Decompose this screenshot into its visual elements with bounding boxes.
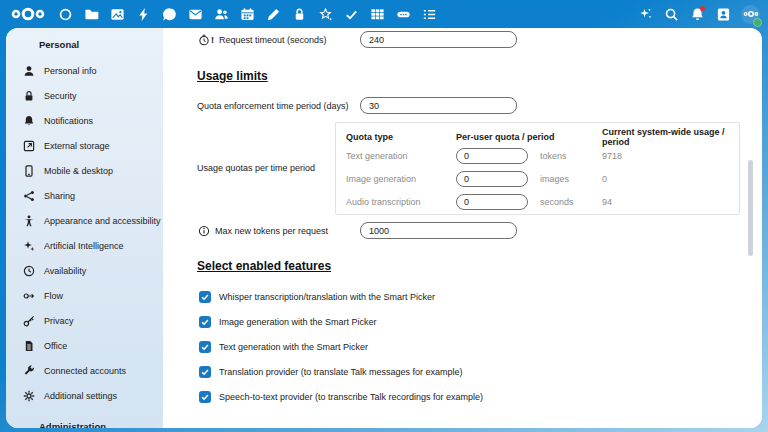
dashboard-icon[interactable]: [57, 6, 73, 22]
sidebar-item-personal-info[interactable]: Personal info: [6, 58, 163, 83]
quota-type-cell: Text generation: [346, 151, 456, 161]
bell-icon: [23, 115, 35, 127]
top-bar-right: [637, 0, 760, 28]
top-bar: [0, 0, 768, 28]
activity-icon[interactable]: [135, 6, 151, 22]
photos-icon[interactable]: [109, 6, 125, 22]
contacts-menu-icon[interactable]: [715, 6, 731, 22]
request-timeout-label: Request timeout (seconds): [219, 35, 327, 45]
talk-icon[interactable]: [161, 6, 177, 22]
col-current-usage: Current system-wide usage / period: [602, 127, 729, 147]
image-generation-checkbox[interactable]: [199, 316, 211, 328]
image-generation-quota-input[interactable]: [456, 171, 528, 187]
timer-alert-icon: [197, 34, 210, 47]
max-tokens-label-row: Max new tokens per request: [197, 222, 328, 240]
feature-speech-to-text: Speech-to-text provider (to transcribe T…: [199, 390, 483, 404]
request-timeout-input[interactable]: [360, 31, 517, 48]
sidebar-item-label: Sharing: [44, 191, 75, 201]
document-icon: [23, 340, 35, 352]
feature-label: Text generation with the Smart Picker: [219, 342, 368, 352]
translation-provider-checkbox[interactable]: [199, 366, 211, 378]
sidebar-item-security[interactable]: Security: [6, 83, 163, 108]
passwords-icon[interactable]: [291, 6, 307, 22]
avatar[interactable]: [741, 5, 760, 24]
sidebar-item-notifications[interactable]: Notifications: [6, 108, 163, 133]
external-links-icon[interactable]: [395, 6, 411, 22]
sidebar-item-label: External storage: [44, 141, 110, 151]
mail-icon[interactable]: [187, 6, 203, 22]
notes-icon[interactable]: [265, 6, 281, 22]
nextcloud-logo[interactable]: [10, 6, 46, 22]
quota-type-cell: Image generation: [346, 174, 456, 184]
quota-table-header: Quota type Per-user quota / period Curre…: [346, 127, 729, 144]
max-tokens-input[interactable]: [360, 222, 517, 239]
wrench-icon: [23, 365, 35, 377]
calendar-icon[interactable]: [239, 6, 255, 22]
tasks-icon[interactable]: [343, 6, 359, 22]
quota-usage-cell: 9718: [602, 151, 729, 161]
text-generation-quota-input[interactable]: [456, 148, 528, 164]
status-online-dot: [753, 18, 762, 27]
whisper-checkbox[interactable]: [199, 291, 211, 303]
sidebar-item-label: Office: [44, 341, 67, 351]
sidebar-item-label: Personal info: [44, 66, 97, 76]
info-icon: [197, 225, 210, 238]
sidebar-item-additional-settings[interactable]: Additional settings: [6, 383, 163, 408]
recognize-star-icon[interactable]: [317, 6, 333, 22]
feature-image-generation: Image generation with the Smart Picker: [199, 315, 377, 329]
sidebar-item-availability[interactable]: Availability: [6, 258, 163, 283]
sidebar-item-artificial-intelligence[interactable]: Artificial Intelligence: [6, 233, 163, 258]
contacts-icon[interactable]: [213, 6, 229, 22]
app-menu: [57, 6, 437, 22]
sidebar-item-connected-accounts[interactable]: Connected accounts: [6, 358, 163, 383]
share-icon: [23, 190, 35, 202]
quota-table: Quota type Per-user quota / period Curre…: [335, 122, 740, 215]
forms-icon[interactable]: [421, 6, 437, 22]
accessibility-icon: [23, 215, 35, 227]
lock-icon: [23, 90, 35, 102]
sidebar-section-personal: Personal: [6, 36, 163, 52]
sidebar-item-external-storage[interactable]: External storage: [6, 133, 163, 158]
magic-sparkle-icon[interactable]: [637, 6, 653, 22]
audio-transcription-quota-input[interactable]: [456, 194, 528, 210]
sidebar-list: Personal info Security Notifications Ext…: [6, 58, 163, 408]
sidebar-item-appearance-accessibility[interactable]: Appearance and accessibility: [6, 208, 163, 233]
quota-unit-cell: tokens: [540, 151, 602, 161]
col-quota-type: Quota type: [346, 132, 456, 142]
files-icon[interactable]: [83, 6, 99, 22]
table-row: Image generation images 0: [346, 167, 729, 190]
timer-alert-suffix: !: [211, 35, 214, 45]
quota-period-input[interactable]: [360, 97, 517, 114]
search-icon[interactable]: [663, 6, 679, 22]
sidebar-item-label: Privacy: [44, 316, 74, 326]
settings-content: ! Request timeout (seconds) Usage limits…: [163, 28, 762, 428]
speech-to-text-checkbox[interactable]: [199, 391, 211, 403]
usage-quotas-label: Usage quotas per time period: [197, 159, 315, 177]
notification-badge: [700, 6, 705, 11]
sidebar-item-label: Mobile & desktop: [44, 166, 113, 176]
feature-label: Whisper transcription/translation with t…: [219, 292, 435, 302]
quota-usage-cell: 94: [602, 197, 729, 207]
feature-label: Image generation with the Smart Picker: [219, 317, 377, 327]
key-icon: [23, 315, 35, 327]
text-generation-checkbox[interactable]: [199, 341, 211, 353]
gear-icon: [23, 390, 35, 402]
vertical-scrollbar-thumb[interactable]: [748, 160, 753, 256]
table-row: Audio transcription seconds 94: [346, 190, 729, 213]
feature-label: Translation provider (to translate Talk …: [219, 367, 463, 377]
sidebar-item-sharing[interactable]: Sharing: [6, 183, 163, 208]
sidebar-item-mobile-desktop[interactable]: Mobile & desktop: [6, 158, 163, 183]
quota-period-label-row: Quota enforcement time period (days): [197, 97, 349, 115]
flow-icon: [23, 290, 35, 302]
tables-icon[interactable]: [369, 6, 385, 22]
quota-unit-cell: images: [540, 174, 602, 184]
clock-icon: [23, 265, 35, 277]
ai-icon: [23, 240, 35, 252]
sidebar-item-flow[interactable]: Flow: [6, 283, 163, 308]
feature-whisper: Whisper transcription/translation with t…: [199, 290, 435, 304]
col-per-user-quota: Per-user quota / period: [456, 132, 602, 142]
sidebar-item-privacy[interactable]: Privacy: [6, 308, 163, 333]
sidebar-item-office[interactable]: Office: [6, 333, 163, 358]
feature-translation-provider: Translation provider (to translate Talk …: [199, 365, 463, 379]
notifications-bell-icon[interactable]: [689, 6, 705, 22]
